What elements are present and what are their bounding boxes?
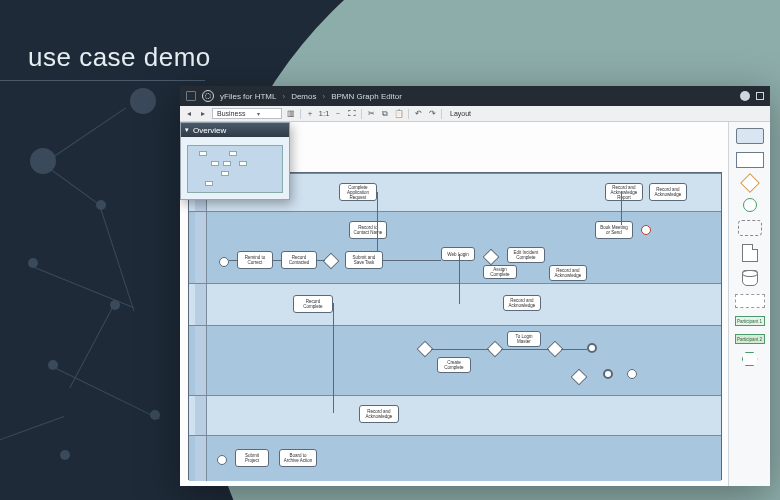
file-select-value: Business — [217, 110, 245, 117]
bpmn-task[interactable]: Record and Acknowledge Report — [605, 183, 643, 201]
lane-header[interactable] — [195, 284, 207, 325]
chevron-right-icon: › — [322, 92, 325, 101]
breadcrumb-demos[interactable]: Demos — [291, 92, 316, 101]
bpmn-flow — [501, 349, 549, 350]
paste-icon[interactable]: 📋 — [394, 109, 404, 119]
palette-datastore[interactable] — [735, 270, 765, 286]
overview-panel[interactable]: Overview — [180, 122, 290, 200]
chevron-right-icon: › — [282, 92, 285, 101]
bpmn-task[interactable]: Record Contacted — [281, 251, 317, 269]
palette-task-plain[interactable] — [735, 152, 765, 168]
workspace: Overview — [180, 122, 770, 486]
bpmn-task[interactable]: Submit Project — [235, 449, 269, 467]
fullscreen-icon[interactable] — [756, 92, 764, 100]
palette-participant-2[interactable]: Participant 2 — [735, 334, 765, 344]
chevron-left-icon[interactable]: ◂ — [184, 109, 194, 119]
bpmn-flow — [621, 191, 622, 225]
open-icon[interactable]: ▥ — [286, 109, 296, 119]
toolbar: ◂ ▸ Business ▥ ＋ 1:1 － ⛶ ✂ ⧉ 📋 ↶ ↷ Layou… — [180, 106, 770, 122]
lane-header[interactable] — [195, 436, 207, 481]
bpmn-task[interactable]: Record and Acknowledge — [359, 405, 399, 423]
bpmn-task[interactable]: Assign Complete — [483, 265, 517, 279]
bpmn-task[interactable]: Record and Acknowledge — [503, 295, 541, 311]
undo-icon[interactable]: ↶ — [413, 109, 423, 119]
bpmn-start-event[interactable] — [219, 257, 229, 267]
fit-content-icon[interactable]: ⛶ — [347, 109, 357, 119]
lane-3[interactable] — [189, 283, 721, 325]
palette-task[interactable] — [735, 128, 765, 144]
bpmn-pool[interactable]: Complete Application Request Record and … — [188, 172, 722, 480]
bpmn-task[interactable]: Submit and Save Task — [345, 251, 383, 269]
bpmn-start-event[interactable] — [217, 455, 227, 465]
bpmn-task[interactable]: To Login Master — [507, 331, 541, 347]
palette-gateway[interactable] — [735, 176, 765, 190]
layout-button[interactable]: Layout — [446, 110, 475, 117]
bpmn-task[interactable]: Book Meeting or Send — [595, 221, 633, 239]
bpmn-flow — [317, 260, 325, 261]
hero-title: use case demo — [28, 42, 211, 73]
bpmn-end-event[interactable] — [603, 369, 613, 379]
palette-lane[interactable] — [735, 294, 765, 308]
bpmn-flow — [273, 260, 281, 261]
lane-header[interactable] — [195, 212, 207, 283]
product-name: yFiles for HTML — [220, 92, 276, 101]
breadcrumb-current: BPMN Graph Editor — [331, 92, 402, 101]
zoom-in-icon[interactable]: ＋ — [305, 109, 315, 119]
bpmn-flow — [459, 254, 460, 304]
bpmn-flow — [229, 260, 237, 261]
copy-icon[interactable]: ⧉ — [380, 109, 390, 119]
hero-underline — [0, 80, 205, 81]
yworks-logo-icon — [202, 90, 214, 102]
bpmn-flow — [431, 349, 489, 350]
bpmn-flow — [383, 260, 441, 261]
overview-minimap[interactable] — [181, 137, 289, 199]
bpmn-task[interactable]: Create Complete — [437, 357, 471, 373]
title-bar: yFiles for HTML › Demos › BPMN Graph Edi… — [180, 86, 770, 106]
bpmn-task[interactable]: Record and Acknowledge — [649, 183, 687, 201]
bpmn-flow — [377, 192, 378, 252]
bpmn-end-event[interactable] — [587, 343, 597, 353]
chevron-right-icon[interactable]: ▸ — [198, 109, 208, 119]
overview-title: Overview — [193, 126, 226, 135]
bpmn-task[interactable]: Remind to Correct — [237, 251, 273, 269]
palette-document[interactable] — [735, 244, 765, 262]
file-select[interactable]: Business — [212, 108, 282, 119]
palette-subprocess[interactable] — [735, 220, 765, 236]
palette-participant-1[interactable]: Participant 1 — [735, 316, 765, 326]
lane-header[interactable] — [195, 396, 207, 435]
zoom-reset-icon[interactable]: 1:1 — [319, 109, 329, 119]
bpmn-task[interactable]: Edit Incident Complete — [507, 247, 545, 263]
bpmn-task[interactable]: Board to Archive Action — [279, 449, 317, 467]
bpmn-flow — [333, 303, 334, 413]
bpmn-task[interactable]: Record to Contact Name — [349, 221, 387, 239]
diagram-canvas[interactable]: Overview — [180, 122, 728, 486]
bpmn-task[interactable]: Web Login — [441, 247, 475, 261]
bpmn-end-event[interactable] — [641, 225, 651, 235]
overview-header[interactable]: Overview — [181, 123, 289, 137]
palette-conversation[interactable] — [735, 352, 765, 366]
lane-header[interactable] — [195, 326, 207, 395]
sidebar-toggle-icon[interactable] — [186, 91, 196, 101]
bpmn-intermediate-event[interactable] — [627, 369, 637, 379]
palette-event[interactable] — [735, 198, 765, 212]
bpmn-task[interactable]: Complete Application Request — [339, 183, 377, 201]
app-window: yFiles for HTML › Demos › BPMN Graph Edi… — [180, 86, 770, 486]
zoom-out-icon[interactable]: － — [333, 109, 343, 119]
bpmn-flow — [561, 349, 587, 350]
redo-icon[interactable]: ↷ — [427, 109, 437, 119]
bpmn-task[interactable]: Record and Acknowledge — [549, 265, 587, 281]
bpmn-task[interactable]: Record Complete — [293, 295, 333, 313]
lane-5[interactable] — [189, 395, 721, 435]
github-icon[interactable] — [740, 91, 750, 101]
cut-icon[interactable]: ✂ — [366, 109, 376, 119]
shape-palette: Participant 1 Participant 2 — [728, 122, 770, 486]
